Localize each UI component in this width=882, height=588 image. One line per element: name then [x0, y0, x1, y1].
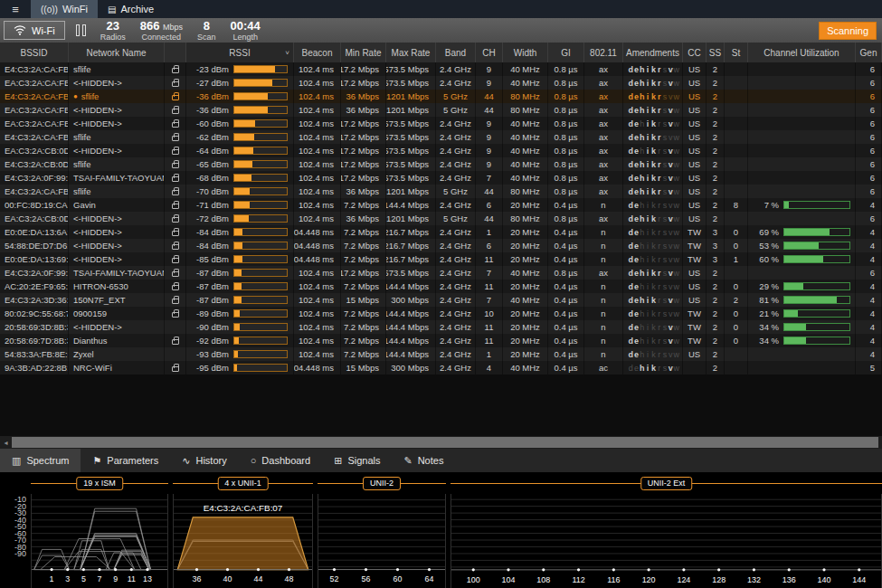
rssi-bar-fill — [234, 215, 249, 222]
cell-gen: 4 — [856, 320, 882, 334]
table-row[interactable]: 54:83:3A:FB:8E:68Zyxel-93 dBm102.4 ms7.2… — [0, 347, 882, 361]
rssi-bar-fill — [234, 351, 238, 357]
table-row[interactable]: EA:C3:2A:CB:0D:7F<-HIDDEN->-72 dBm102.4 … — [0, 212, 882, 225]
horizontal-scrollbar[interactable]: ◂ — [0, 436, 882, 449]
stat-length: 00:44 Length — [231, 20, 261, 42]
cell-std: ax — [584, 171, 623, 185]
column-header-max[interactable]: Max Rate — [386, 43, 436, 62]
column-header-gen[interactable]: Gen — [856, 43, 882, 62]
band-label: 4 x UNII-1 — [217, 477, 269, 490]
column-header-std[interactable]: 802.11 — [584, 43, 623, 62]
table-row[interactable]: E4:C3:2A:0F:99:32TSAI-FAMILY-TAOYUAN-87 … — [0, 266, 882, 280]
cell-name: <-HIDDEN-> — [69, 212, 165, 225]
tab-signals[interactable]: ⊞Signals — [322, 449, 392, 472]
column-header-gi[interactable]: GI — [548, 43, 584, 62]
tab-winfi[interactable]: ((o)) WinFi — [31, 0, 98, 18]
table-row[interactable]: E4:C3:2A:CA:FB:08sflife-70 dBm102.4 ms36… — [0, 185, 882, 198]
cell-width: 80 MHz — [503, 90, 548, 103]
cell-am: dehikrsvw — [623, 171, 683, 185]
utilization-bar — [783, 255, 850, 263]
table-row[interactable]: E4:C3:2A:0F:99:46TSAI-FAMILY-TAOYUAN-68 … — [0, 171, 882, 185]
cell-ss: 2 — [707, 361, 725, 375]
table-row[interactable]: AC:20:2E:F9:65:38HITRON-6530-87 dBm102.4… — [0, 280, 882, 293]
table-row[interactable]: 20:58:69:7D:8B:38Dianthus-92 dBm102.4 ms… — [0, 334, 882, 347]
cell-width: 40 MHz — [503, 171, 548, 185]
scroll-left-icon[interactable]: ◂ — [0, 436, 12, 449]
cell-max: 144.4 Mbps — [386, 280, 436, 293]
tab-notes[interactable]: ✎Notes — [392, 449, 455, 472]
table-row[interactable]: E4:C3:2A:CB:0D:7Esflife-65 dBm102.4 ms17… — [0, 157, 882, 171]
column-header-name[interactable]: Network Name — [69, 43, 165, 62]
table-row[interactable]: 00:FC:8D:19:CA:48Gavin-71 dBm102.4 ms7.2… — [0, 198, 882, 212]
lock-icon — [172, 136, 179, 141]
network-name: sflife — [73, 159, 91, 169]
cell-width: 20 MHz — [503, 347, 548, 361]
tab-archive[interactable]: ▤ Archive — [98, 0, 164, 18]
column-header-beacon[interactable]: Beacon — [294, 43, 341, 62]
rssi-bar-fill — [234, 242, 242, 249]
pause-scan-icon[interactable] — [76, 24, 86, 36]
cell-ss: 2 — [707, 320, 725, 334]
utilization-bar-fill — [784, 202, 789, 208]
tab-dashboard[interactable]: ○Dashboard — [239, 449, 322, 472]
table-row[interactable]: EA:C3:2A:CA:FB:06<-HIDDEN->-27 dBm102.4 … — [0, 76, 882, 90]
cell-width: 40 MHz — [503, 361, 548, 375]
column-label: GI — [561, 48, 571, 58]
cell-name: HITRON-6530 — [69, 280, 165, 293]
column-header-min[interactable]: Min Rate — [341, 43, 386, 62]
notes-icon: ✎ — [403, 455, 412, 467]
wifi-adapter-button[interactable]: Wi-Fi — [4, 21, 65, 40]
column-header-ch[interactable]: CH — [476, 43, 503, 62]
cell-gi: 0.8 µs — [548, 62, 584, 76]
column-header-ss[interactable]: SS — [707, 43, 725, 62]
table-row[interactable]: E4:C3:2A:3D:36:F6150N7F_EXT-87 dBm102.4 … — [0, 293, 882, 307]
table-row[interactable]: E4:C3:2A:CA:FB:07●sflife-36 dBm102.4 ms3… — [0, 90, 882, 103]
cell-max: 573.5 Mbps — [386, 171, 436, 185]
column-header-st[interactable]: St — [725, 43, 748, 62]
cell-name: 0900159 — [69, 307, 165, 320]
scanning-button[interactable]: Scanning — [819, 22, 877, 40]
svg-text:-90: -90 — [14, 549, 26, 558]
column-header-rssi[interactable]: RSSI˅ — [186, 43, 294, 62]
cell-rssi: -60 dBm — [186, 117, 294, 130]
cell-ch: 44 — [476, 90, 503, 103]
network-name: 0900159 — [73, 308, 107, 318]
tab-spectrum[interactable]: ▥Spectrum — [0, 449, 81, 472]
table-row[interactable]: 80:02:9C:55:68:760900159-89 dBm102.4 ms7… — [0, 307, 882, 320]
tab-parameters[interactable]: ⚑Parameters — [81, 449, 170, 472]
table-row[interactable]: E4:C3:2A:CA:FB:06sflife-23 dBm102.4 ms17… — [0, 62, 882, 76]
column-header-width[interactable]: Width — [503, 43, 548, 62]
rssi-bar — [233, 65, 288, 73]
scrollbar-thumb[interactable] — [12, 437, 878, 448]
table-row[interactable]: EA:C3:2A:CB:0D:7E<-HIDDEN->-64 dBm102.4 … — [0, 144, 882, 157]
column-header-band[interactable]: Band — [436, 43, 476, 62]
tab-label: Signals — [347, 455, 380, 466]
table-row[interactable]: 20:58:69:3D:8B:38<-HIDDEN->-90 dBm102.4 … — [0, 320, 882, 334]
cell-min: 36 Mbps — [341, 90, 386, 103]
hamburger-menu-icon[interactable]: ≡ — [0, 0, 31, 18]
table-row[interactable]: 9A:3B:AD:22:8B:71NRC-WiFi-95 dBm104.448 … — [0, 361, 882, 375]
table-row[interactable]: E0:0E:DA:13:6A:D0<-HIDDEN->-84 dBm104.44… — [0, 225, 882, 239]
tab-winfi-label: WinFi — [62, 4, 88, 14]
column-header-bssid[interactable]: BSSID — [0, 43, 69, 62]
column-header-am[interactable]: Amendments — [623, 43, 683, 62]
tab-history[interactable]: ∿History — [170, 449, 238, 472]
table-row[interactable]: EA:C3:2A:CA:FB:07<-HIDDEN->-36 dBm102.4 … — [0, 103, 882, 117]
network-name: sflife — [73, 132, 91, 142]
network-name: <-HIDDEN-> — [73, 322, 122, 332]
column-label: Max Rate — [392, 48, 431, 58]
column-header-cc[interactable]: CC — [683, 43, 707, 62]
cell-rssi: -65 dBm — [186, 157, 294, 171]
table-row[interactable]: E4:C3:2A:CA:FB:0Asflife-62 dBm102.4 ms17… — [0, 130, 882, 144]
amendment-w: w — [674, 92, 680, 101]
table-row[interactable]: 54:88:DE:D7:D6:50<-HIDDEN->-84 dBm104.44… — [0, 239, 882, 252]
table-row[interactable]: E0:0E:DA:13:69:10<-HIDDEN->-85 dBm104.44… — [0, 252, 882, 266]
rssi-bar-fill — [234, 107, 268, 113]
column-header-lock[interactable] — [165, 43, 186, 62]
table-row[interactable]: EA:C3:2A:CA:FB:0A<-HIDDEN->-60 dBm102.4 … — [0, 117, 882, 130]
network-name: Dianthus — [73, 336, 108, 346]
column-header-util[interactable]: Channel Utilization — [748, 43, 856, 62]
rssi-bar — [233, 364, 288, 372]
cell-gi: 0.8 µs — [548, 130, 584, 144]
cell-min: 17.2 Mbps — [341, 266, 386, 280]
